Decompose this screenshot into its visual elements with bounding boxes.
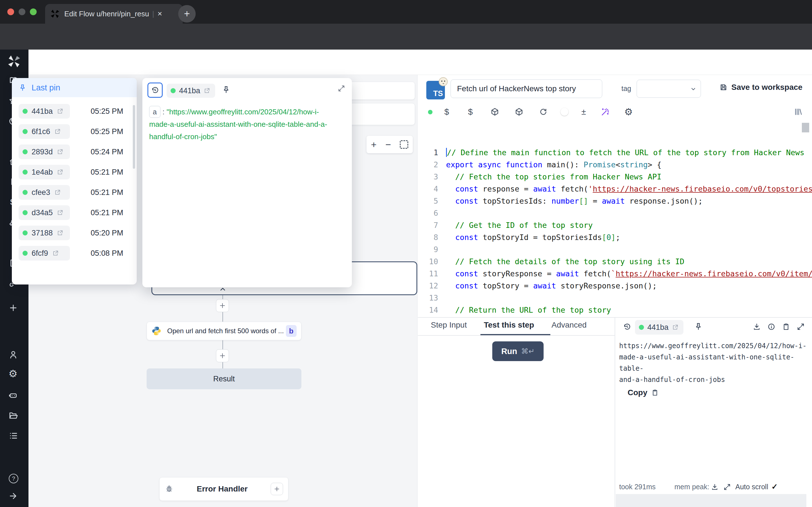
error-handler-node[interactable]: Error Handler	[159, 477, 289, 501]
pin-id-pill[interactable]: 441ba	[635, 320, 683, 335]
pin-id-pill[interactable]: cfee3	[18, 185, 70, 200]
library-icon[interactable]	[794, 108, 802, 116]
pin-icon[interactable]	[222, 86, 231, 94]
insert-step-button[interactable]	[216, 299, 229, 312]
expand-logs-icon[interactable]	[723, 483, 731, 491]
info-icon[interactable]	[767, 323, 775, 331]
run-button[interactable]: Run ⌘↵	[492, 341, 544, 361]
code-line[interactable]: 5 const topStoriesIds: number[] = await …	[418, 195, 812, 207]
traffic-light-close[interactable]	[7, 8, 14, 15]
zoom-in-button[interactable]: +	[371, 139, 377, 150]
fullscreen-icon[interactable]	[797, 323, 805, 331]
pin-list-item[interactable]: 2893d 05:24 PM	[12, 142, 137, 162]
pin-id-pill[interactable]: 1e4ab	[18, 165, 70, 179]
pin-id-pill[interactable]: 6f1c6	[18, 124, 70, 139]
browser-tab[interactable]: .tab .b1{fill:#6b8fe8}.tab .b2{fill:#2f5…	[45, 4, 183, 24]
pin-list-item[interactable]: d34a5 05:21 PM	[12, 203, 137, 223]
external-link-icon[interactable]	[204, 87, 210, 94]
log-output[interactable]: job=019634e7-9d30-b7cb-1e89-03a64ed441ba…	[616, 494, 806, 507]
pin-list-item[interactable]: cfee3 05:21 PM	[12, 182, 137, 203]
traffic-light-zoom[interactable]	[30, 8, 37, 15]
step-summary-input[interactable]	[451, 79, 602, 98]
insert-step-button[interactable]	[216, 349, 229, 362]
pin-id-pill[interactable]: d34a5	[18, 205, 70, 220]
python-step-node[interactable]: Open url and fetch first 500 words of ..…	[147, 322, 301, 340]
autoscroll-label[interactable]: Auto scroll	[735, 483, 768, 491]
download-logs-icon[interactable]	[711, 483, 718, 491]
history-icon[interactable]	[623, 323, 631, 331]
code-line[interactable]: 14 // Return the URL of the top story	[418, 304, 812, 316]
pin-id: 37188	[32, 229, 53, 237]
external-link-icon[interactable]	[52, 250, 59, 257]
tab-advanced[interactable]: Advanced	[552, 321, 587, 330]
pin-id-pill[interactable]: 441ba	[167, 83, 215, 98]
copy-button[interactable]: Copy	[627, 388, 659, 397]
windmill-logo[interactable]	[7, 55, 21, 68]
tab-close-icon[interactable]: ×	[158, 9, 162, 18]
reload-script-icon[interactable]	[539, 108, 548, 116]
code-line[interactable]: 8 const topStoryId = topStoriesIds[0];	[418, 231, 812, 243]
code-line[interactable]: 6	[418, 207, 812, 219]
pin-id-pill[interactable]: 37188	[18, 226, 70, 240]
external-link-icon[interactable]	[57, 209, 63, 216]
package-icon[interactable]	[515, 108, 523, 116]
code-line[interactable]: 3 // Fetch the top stories from Hacker N…	[418, 171, 812, 183]
download-icon[interactable]	[753, 323, 761, 331]
external-link-icon[interactable]	[672, 324, 679, 331]
tab-step-input[interactable]: Step Input	[431, 321, 467, 330]
pin-list-item[interactable]: 6f1c6 05:25 PM	[12, 121, 137, 142]
pin-icon[interactable]	[694, 322, 703, 331]
external-link-icon[interactable]	[54, 189, 61, 196]
code-line[interactable]: 10 // Fetch the details of the top story…	[418, 256, 812, 268]
external-link-icon[interactable]	[57, 149, 63, 155]
ai-wand-icon[interactable]	[601, 108, 610, 116]
sidebar-workers-icon[interactable]	[8, 390, 18, 400]
expand-icon[interactable]	[338, 85, 345, 92]
pin-list-item[interactable]: 6fcf9 05:08 PM	[12, 243, 137, 263]
code-line[interactable]: 7 // Get the ID of the top story	[418, 219, 812, 231]
sidebar-add-icon[interactable]	[8, 303, 18, 313]
new-tab-button[interactable]: +	[178, 5, 196, 22]
code-editor[interactable]: 1// Define the main function to fetch th…	[418, 122, 812, 317]
external-link-icon[interactable]	[54, 128, 61, 135]
pin-id-pill[interactable]: 2893d	[18, 145, 70, 159]
pin-list-item[interactable]: 1e4ab 05:21 PM	[12, 162, 137, 182]
code-line[interactable]: 12 const topStory = await storyResponse.…	[418, 280, 812, 292]
fit-view-icon[interactable]	[400, 140, 408, 149]
zoom-out-button[interactable]: −	[386, 139, 391, 150]
panel-scrollbar[interactable]	[133, 105, 135, 169]
sidebar-help-icon[interactable]: ?	[9, 474, 18, 483]
pin-id-pill[interactable]: 6fcf9	[18, 246, 70, 261]
pin-list-item[interactable]: 441ba 05:25 PM	[12, 101, 137, 121]
sidebar-logs-icon[interactable]	[8, 431, 18, 441]
sidebar-expand-icon[interactable]	[8, 491, 18, 501]
clipboard-icon[interactable]	[782, 323, 790, 331]
editor-settings-gear-icon[interactable]: ⚙	[624, 106, 633, 117]
add-error-handler-button[interactable]	[271, 483, 283, 495]
editor-scrollbar[interactable]	[802, 123, 809, 132]
code-line[interactable]: 1// Define the main function to fetch th…	[418, 147, 812, 159]
history-button[interactable]	[147, 82, 163, 98]
variables-icon[interactable]: $	[444, 107, 449, 117]
code-line[interactable]: 13	[418, 292, 812, 304]
tab-test-this-step[interactable]: Test this step	[484, 321, 534, 330]
resources-icon[interactable]: $	[468, 107, 473, 117]
pin-id-pill[interactable]: 441ba	[18, 104, 70, 119]
sidebar-account-icon[interactable]	[8, 350, 18, 359]
sidebar-folders-icon[interactable]	[8, 411, 18, 420]
external-link-icon[interactable]	[57, 230, 63, 236]
diff-mode-icon[interactable]: ±	[581, 107, 586, 117]
code-line[interactable]: 9	[418, 243, 812, 256]
pin-list-item[interactable]: 37188 05:20 PM	[12, 223, 137, 243]
save-to-workspace-button[interactable]: Save to workspace	[719, 83, 802, 92]
code-line[interactable]: 4 const response = await fetch('https://…	[418, 183, 812, 195]
code-line[interactable]: 11 const storyResponse = await fetch(`ht…	[418, 268, 812, 280]
external-link-icon[interactable]	[57, 108, 63, 115]
sidebar-settings-icon[interactable]: ⚙	[8, 368, 17, 380]
external-link-icon[interactable]	[57, 169, 63, 175]
result-node[interactable]: Result	[147, 369, 301, 389]
tag-select[interactable]	[637, 80, 701, 98]
traffic-light-minimize[interactable]	[18, 8, 26, 15]
code-line[interactable]: 2export async function main(): Promise<s…	[418, 159, 812, 171]
package-icon[interactable]	[491, 108, 499, 116]
